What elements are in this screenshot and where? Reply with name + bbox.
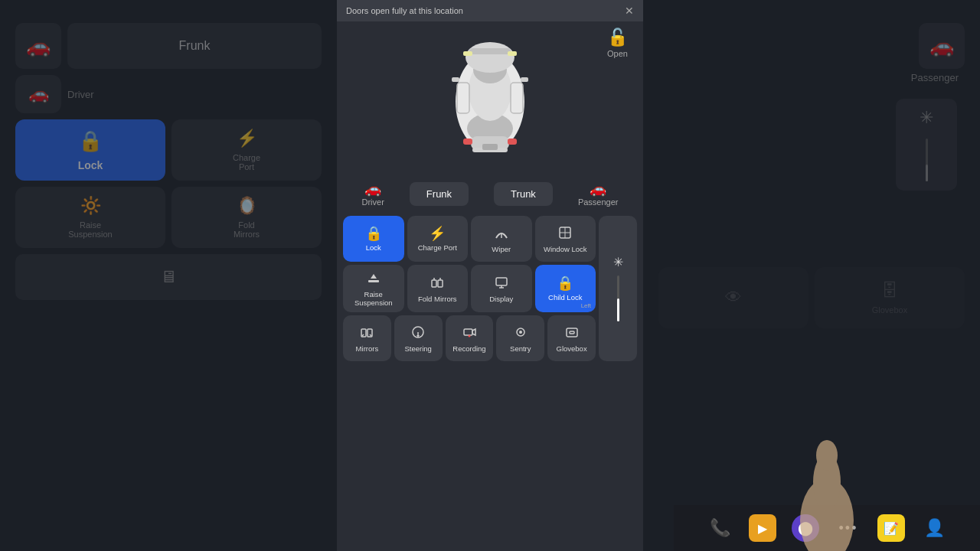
raise-suspension-button[interactable]: Raise Suspension — [343, 265, 404, 312]
brightness-icon: ✳ — [613, 255, 623, 269]
controls-col-1: 🔒 Lock ⚡ Charge Port Wiper — [343, 216, 596, 361]
taskbar-camera-icon: ⬤ — [792, 514, 819, 542]
bg-left-content: 🚗 Frunk 🚗 Driver 🔒 Lock ⚡ Charge Port 🔆 … — [0, 0, 337, 551]
brightness-panel[interactable]: ✳ — [599, 216, 637, 361]
taskbar-map-icon: 👤 — [924, 518, 945, 538]
main-panel: Doors open fully at this location ✕ 🔓 Op… — [337, 0, 643, 551]
recording-button[interactable]: Recording — [446, 315, 494, 361]
controls-grid: 🔒 Lock ⚡ Charge Port Wiper — [337, 213, 643, 364]
bg-right-content: 🚗 Passenger ✳ 👁 🗄 Glovebox — [643, 0, 980, 551]
charge-port-label: Charge Port — [418, 243, 457, 252]
lock-button[interactable]: 🔒 Lock — [343, 216, 404, 262]
steering-label: Steering — [405, 344, 432, 353]
bg-fold-mirrors-label: Fold Mirrors — [234, 220, 260, 239]
frunk-button[interactable]: Frunk — [410, 182, 469, 206]
steering-button[interactable]: Steering — [394, 315, 443, 361]
taskbar-notes-icon: 📝 — [877, 514, 905, 542]
car-image — [429, 48, 551, 155]
charge-port-icon: ⚡ — [429, 227, 446, 240]
driver-label: 🚗 Driver — [362, 181, 384, 207]
svg-rect-24 — [438, 280, 443, 287]
brightness-track — [617, 276, 619, 321]
wiper-button[interactable]: Wiper — [471, 216, 532, 262]
notification-close-btn[interactable]: ✕ — [625, 5, 634, 17]
notification-text: Doors open fully at this location — [346, 6, 463, 15]
recording-label: Recording — [452, 344, 485, 353]
svg-marker-22 — [371, 274, 377, 279]
raise-suspension-label: Raise Suspension — [346, 290, 401, 308]
svg-rect-43 — [570, 331, 574, 334]
taskbar-notes[interactable]: 📝 — [876, 513, 906, 543]
bg-raise-suspension-label: Raise Suspension — [68, 220, 113, 239]
svg-rect-15 — [452, 77, 459, 82]
wiper-label: Wiper — [492, 245, 511, 253]
sentry-button[interactable]: Sentry — [496, 315, 544, 361]
car-area: 🔓 Open — [337, 21, 643, 174]
bg-charge-port-label: Charge Port — [233, 153, 260, 171]
steering-icon — [411, 325, 425, 341]
svg-marker-38 — [472, 329, 475, 335]
bg-passenger-label: Passenger — [911, 72, 959, 83]
svg-line-33 — [370, 334, 371, 336]
taskbar-media-icon: ▶ — [749, 514, 776, 542]
svg-line-32 — [362, 334, 364, 336]
svg-rect-6 — [482, 144, 498, 150]
svg-rect-42 — [567, 328, 577, 337]
svg-rect-3 — [463, 139, 472, 145]
mirrors-label: Mirrors — [356, 344, 379, 353]
taskbar-media[interactable]: ▶ — [747, 513, 778, 543]
taskbar-phone[interactable]: 📞 — [704, 513, 735, 543]
raise-suspension-icon — [367, 271, 381, 287]
svg-rect-10 — [469, 48, 511, 54]
taskbar-map[interactable]: 👤 — [919, 513, 949, 543]
trunk-button[interactable]: Trunk — [494, 182, 553, 206]
glovebox-button[interactable]: Glovebox — [547, 315, 596, 361]
door-buttons-row: 🚗 Driver Frunk Trunk 🚗 Passenger — [337, 174, 643, 213]
taskbar-camera[interactable]: ⬤ — [790, 513, 821, 543]
display-button[interactable]: Display — [471, 265, 532, 312]
controls-row-1: 🔒 Lock ⚡ Charge Port Wiper — [343, 216, 637, 361]
open-button-area: 🔓 Open — [607, 28, 628, 58]
fold-mirrors-label: Fold Mirrors — [418, 295, 457, 303]
bg-lock-label: Lock — [78, 159, 103, 171]
mirrors-button[interactable]: Mirrors — [343, 315, 391, 361]
display-label: Display — [489, 295, 513, 303]
taskbar-dots[interactable]: ••• — [833, 513, 864, 543]
brightness-fill — [617, 298, 619, 321]
window-lock-label: Window Lock — [544, 245, 587, 253]
lock-label: Lock — [366, 243, 381, 252]
svg-point-9 — [466, 42, 514, 73]
row-1c: Mirrors Steering Recording — [343, 315, 596, 361]
svg-rect-11 — [463, 51, 472, 56]
glovebox-label: Glovebox — [557, 344, 587, 353]
row-1a: 🔒 Lock ⚡ Charge Port Wiper — [343, 216, 596, 262]
bg-frunk-label: Frunk — [179, 39, 211, 53]
bg-driver-label: Driver — [67, 89, 94, 100]
fold-mirrors-button[interactable]: Fold Mirrors — [407, 265, 469, 312]
svg-rect-37 — [464, 329, 472, 335]
charge-port-button[interactable]: ⚡ Charge Port — [407, 216, 469, 262]
row-1b: Raise Suspension Fold Mirrors Display — [343, 265, 596, 312]
display-icon — [495, 276, 508, 292]
fold-mirrors-icon — [430, 276, 444, 292]
child-lock-button[interactable]: 🔒 Child Lock Left — [535, 265, 596, 312]
mirrors-icon — [360, 325, 374, 341]
svg-rect-4 — [508, 139, 517, 145]
passenger-label: 🚗 Passenger — [578, 181, 619, 207]
lock-icon: 🔒 — [365, 227, 382, 240]
open-icon: 🔓 — [607, 28, 628, 47]
dots-icon: ••• — [839, 520, 858, 536]
svg-rect-12 — [508, 51, 517, 56]
wiper-icon — [495, 226, 508, 242]
child-lock-icon: 🔒 — [557, 276, 573, 290]
recording-icon — [462, 325, 476, 341]
child-lock-label: Child Lock — [548, 293, 582, 302]
svg-rect-21 — [368, 280, 379, 282]
svg-point-41 — [519, 331, 522, 334]
child-lock-sublabel: Left — [581, 302, 591, 309]
window-lock-icon — [558, 226, 572, 242]
taskbar: 📞 ▶ ⬤ ••• 📝 👤 — [674, 505, 980, 551]
open-label: Open — [607, 49, 628, 58]
window-lock-button[interactable]: Window Lock — [535, 216, 596, 262]
bg-glovebox-label: Glovebox — [872, 305, 907, 315]
